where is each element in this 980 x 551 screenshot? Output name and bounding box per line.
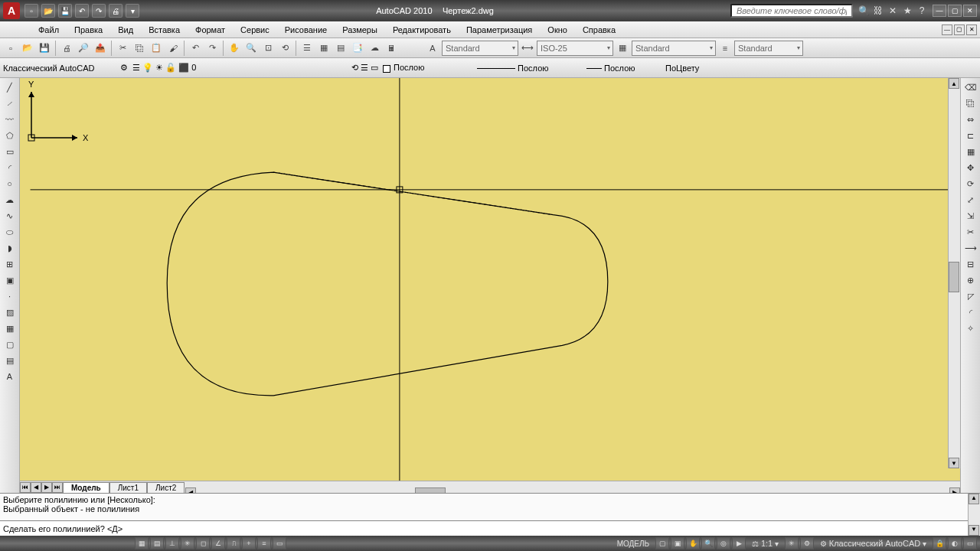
hscroll-thumb[interactable] bbox=[415, 487, 446, 494]
hardware-accel[interactable]: ◐ bbox=[948, 537, 962, 549]
hscroll-right[interactable]: ▶ bbox=[949, 487, 960, 494]
match-icon[interactable]: 🖌 bbox=[165, 41, 181, 56]
fillet-tool[interactable]: ◜ bbox=[962, 305, 979, 320]
ssm-icon[interactable]: 📑 bbox=[350, 41, 365, 56]
layer-iso-icon[interactable]: ▭ bbox=[371, 63, 378, 73]
model-indicator[interactable]: МОДЕЛЬ bbox=[612, 540, 654, 548]
ellipse-tool[interactable]: ⬭ bbox=[2, 224, 18, 240]
ws-settings-icon[interactable]: ⚙ bbox=[120, 63, 128, 73]
menu-insert[interactable]: Вставка bbox=[141, 24, 188, 36]
pline-tool[interactable]: 〰 bbox=[2, 112, 18, 127]
undo-icon[interactable]: ↶ bbox=[188, 41, 203, 56]
qat-open[interactable]: 📂 bbox=[41, 4, 55, 18]
hscroll-left[interactable]: ◀ bbox=[185, 487, 196, 494]
tab-next[interactable]: ▶ bbox=[41, 482, 52, 493]
zoom-win-icon[interactable]: ⊡ bbox=[260, 41, 276, 56]
new-icon[interactable]: ▫ bbox=[3, 41, 18, 56]
textstyle-combo[interactable]: Standard bbox=[442, 41, 518, 56]
props-icon[interactable]: ☰ bbox=[299, 41, 315, 56]
search-input[interactable] bbox=[730, 4, 853, 18]
dc-icon[interactable]: ▦ bbox=[316, 41, 332, 56]
tablestyle-combo[interactable]: Standard bbox=[632, 41, 716, 56]
revcloud-tool[interactable]: ☁ bbox=[2, 192, 18, 207]
tp-icon[interactable]: ▤ bbox=[333, 41, 348, 56]
tab-model[interactable]: Модель bbox=[63, 482, 109, 493]
qat-save[interactable]: 💾 bbox=[58, 4, 72, 18]
tab-layout2[interactable]: Лист2 bbox=[147, 482, 185, 493]
cmd-scroll[interactable]: ▲ ▼ bbox=[968, 494, 980, 536]
drawing-canvas[interactable]: X Y ▲ ▼ bbox=[20, 78, 960, 481]
minimize-button[interactable]: — bbox=[933, 5, 946, 17]
qat-more[interactable]: ▾ bbox=[126, 4, 139, 18]
join-tool[interactable]: ⊕ bbox=[962, 272, 979, 288]
pan-icon[interactable]: ✋ bbox=[227, 41, 242, 56]
doc-close[interactable]: ✕ bbox=[966, 24, 977, 35]
workspace-combo[interactable]: Классический AutoCAD bbox=[3, 64, 118, 73]
qat-undo[interactable]: ↶ bbox=[75, 4, 89, 18]
dyn-toggle[interactable]: + bbox=[242, 537, 256, 549]
layer-prev-icon[interactable]: ⟲ bbox=[351, 63, 358, 73]
plotstyle-combo[interactable]: ПоЦвету bbox=[665, 64, 742, 73]
tab-layout1[interactable]: Лист1 bbox=[109, 482, 147, 493]
tablestyle-icon[interactable]: ▦ bbox=[615, 41, 630, 56]
offset-tool[interactable]: ⊏ bbox=[962, 128, 979, 143]
table-tool[interactable]: ▤ bbox=[2, 353, 18, 368]
doc-restore[interactable]: ▢ bbox=[954, 24, 965, 35]
close-button[interactable]: ✕ bbox=[963, 5, 977, 17]
anno-scale[interactable]: ⚖ 1:1 ▾ bbox=[747, 539, 783, 548]
layer-combo[interactable]: 💡 ☀ 🔓 ⬛ 0 bbox=[142, 63, 349, 73]
xline-tool[interactable]: ⟋ bbox=[2, 96, 18, 111]
menu-modify[interactable]: Редактировать bbox=[385, 24, 459, 36]
otrack-toggle[interactable]: ∠ bbox=[211, 537, 225, 549]
menu-view[interactable]: Вид bbox=[110, 24, 141, 36]
point-tool[interactable]: · bbox=[2, 289, 18, 304]
clean-screen[interactable]: ▭ bbox=[963, 537, 977, 549]
help-icon[interactable]: ? bbox=[916, 5, 928, 17]
dimstyle-icon[interactable]: ⟷ bbox=[520, 41, 535, 56]
rotate-tool[interactable]: ⟳ bbox=[962, 176, 979, 191]
line-tool[interactable]: ╱ bbox=[2, 80, 18, 95]
redo-icon[interactable]: ↷ bbox=[204, 41, 220, 56]
textstyle-icon[interactable]: A bbox=[425, 41, 440, 56]
tab-last[interactable]: ⏭ bbox=[52, 482, 63, 493]
gradient-tool[interactable]: ▦ bbox=[2, 321, 18, 336]
command-history[interactable]: Выберите полилинию или [Несколько]: Выбр… bbox=[0, 494, 968, 520]
cut-icon[interactable]: ✂ bbox=[115, 41, 130, 56]
command-input[interactable]: Сделать его полилинией? <Д> bbox=[0, 520, 968, 536]
qv-layouts[interactable]: ▢ bbox=[655, 537, 669, 549]
menu-file[interactable]: Файл bbox=[31, 24, 67, 36]
paste-icon[interactable]: 📋 bbox=[149, 41, 164, 56]
open-icon[interactable]: 📂 bbox=[20, 41, 35, 56]
calc-icon[interactable]: 🖩 bbox=[384, 41, 399, 56]
qat-redo[interactable]: ↷ bbox=[92, 4, 106, 18]
move-tool[interactable]: ✥ bbox=[962, 160, 979, 175]
copy-tool[interactable]: ⿻ bbox=[962, 96, 979, 111]
wheel-status[interactable]: ◎ bbox=[717, 537, 730, 549]
mtext-tool[interactable]: A bbox=[2, 369, 18, 384]
extend-tool[interactable]: ⟶ bbox=[962, 240, 979, 256]
save-icon[interactable]: 💾 bbox=[37, 41, 52, 56]
zoom-prev-icon[interactable]: ⟲ bbox=[277, 41, 292, 56]
polar-toggle[interactable]: ✳ bbox=[181, 537, 194, 549]
menu-help[interactable]: Справка bbox=[575, 24, 623, 36]
menu-format[interactable]: Формат bbox=[188, 24, 233, 36]
circle-tool[interactable]: ○ bbox=[2, 176, 18, 191]
snap-toggle[interactable]: ▦ bbox=[135, 537, 149, 549]
mlstyle-icon[interactable]: ≡ bbox=[717, 41, 733, 56]
erase-tool[interactable]: ⌫ bbox=[962, 80, 979, 95]
ducs-toggle[interactable]: ⎍ bbox=[227, 537, 240, 549]
lwt-toggle[interactable]: ≡ bbox=[257, 537, 271, 549]
layer-props-icon[interactable]: ☰ bbox=[132, 63, 140, 73]
anno-vis[interactable]: ✳ bbox=[785, 537, 799, 549]
menu-window[interactable]: Окно bbox=[540, 24, 575, 36]
preview-icon[interactable]: 🔎 bbox=[76, 41, 91, 56]
qv-drawings[interactable]: ▣ bbox=[671, 537, 684, 549]
pan-status[interactable]: ✋ bbox=[686, 537, 700, 549]
publish-icon[interactable]: 📤 bbox=[93, 41, 108, 56]
vscroll-down[interactable]: ▼ bbox=[949, 458, 959, 468]
insert-tool[interactable]: ⊞ bbox=[2, 256, 18, 272]
mlstyle-combo[interactable]: Standard bbox=[734, 41, 803, 56]
dimstyle-combo[interactable]: ISO-25 bbox=[537, 41, 613, 56]
trim-tool[interactable]: ✂ bbox=[962, 224, 979, 240]
tab-first[interactable]: ⏮ bbox=[20, 482, 31, 493]
